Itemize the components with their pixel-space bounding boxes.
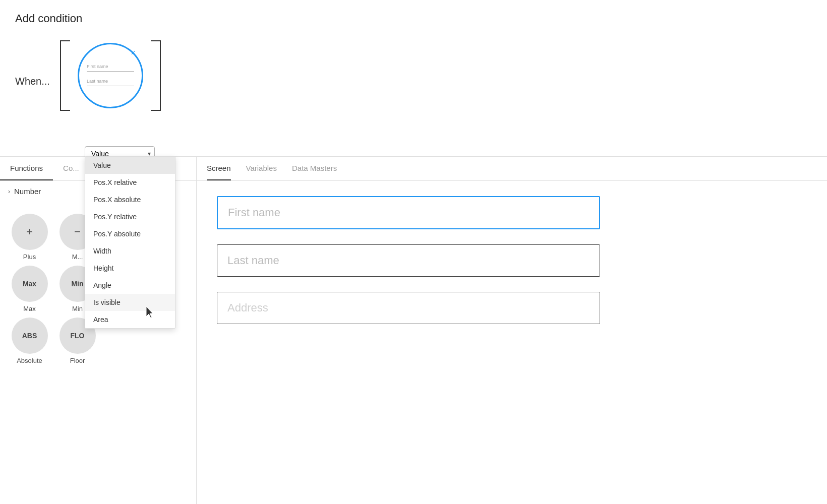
dropdown-item-value[interactable]: Value <box>85 157 175 174</box>
circle-widget: × First name Last name <box>78 43 143 108</box>
plus-icon: + <box>12 214 48 250</box>
dropdown-item-height[interactable]: Height <box>85 260 175 277</box>
form-field-last-name[interactable]: Last name <box>217 244 600 277</box>
when-section: When... × First name Last name <box>15 35 812 116</box>
dropdown-item-pos-x-absolute[interactable]: Pos.X absolute <box>85 191 175 208</box>
func-btn-absolute[interactable]: ABS Absolute <box>8 318 51 364</box>
right-panel: Screen Variables Data Masters First name… <box>197 157 827 504</box>
when-label: When... <box>15 76 50 87</box>
max-icon: Max <box>12 266 48 302</box>
address-placeholder: Address <box>227 301 268 314</box>
dropdown-item-pos-y-absolute[interactable]: Pos.Y absolute <box>85 225 175 242</box>
chevron-right-icon: › <box>8 188 10 195</box>
last-name-placeholder: Last name <box>227 254 279 267</box>
page-title: Add condition <box>15 12 812 25</box>
min-label: Min <box>72 305 83 312</box>
func-btn-max[interactable]: Max Max <box>8 266 51 312</box>
page-container: Add condition When... × First name Last … <box>0 0 827 504</box>
func-btn-plus[interactable]: + Plus <box>8 214 51 261</box>
bracket-container: × First name Last name <box>60 35 161 116</box>
dropdown-item-pos-x-relative[interactable]: Pos.X relative <box>85 174 175 191</box>
dropdown-item-pos-y-relative[interactable]: Pos.Y relative <box>85 208 175 225</box>
dropdown-item-is-visible[interactable]: Is visible <box>85 294 175 311</box>
first-name-placeholder: First name <box>228 206 280 219</box>
tab-variables[interactable]: Variables <box>246 157 277 180</box>
widget-bracket: × First name Last name <box>60 35 161 116</box>
floor-label: Floor <box>70 357 85 364</box>
absolute-icon: ABS <box>12 318 48 354</box>
dropdown-menu: Value Pos.X relative Pos.X absolute Pos.… <box>85 156 175 329</box>
absolute-label: Absolute <box>17 357 42 364</box>
max-label: Max <box>23 305 36 312</box>
dropdown-item-area[interactable]: Area <box>85 311 175 328</box>
top-area: Add condition When... × First name Last … <box>0 0 827 126</box>
dropdown-item-angle[interactable]: Angle <box>85 277 175 294</box>
right-tabs: Screen Variables Data Masters <box>197 157 827 181</box>
tab-screen[interactable]: Screen <box>207 157 231 180</box>
right-tab-content: First name Last name Address <box>197 181 827 339</box>
form-field-first-name[interactable]: First name <box>217 196 600 229</box>
tab-functions[interactable]: Functions <box>0 157 53 180</box>
close-icon[interactable]: × <box>131 48 136 57</box>
widget-field2: Last name <box>87 76 134 86</box>
widget-field1-text: First name <box>87 64 108 69</box>
widget-field1: First name <box>87 61 134 72</box>
form-field-address[interactable]: Address <box>217 292 600 324</box>
widget-field2-text: Last name <box>87 79 108 84</box>
plus-label: Plus <box>23 253 36 261</box>
minus-label: M... <box>72 253 83 261</box>
tab-conditions[interactable]: Co... <box>53 157 89 180</box>
dropdown-item-width[interactable]: Width <box>85 242 175 260</box>
bracket-left <box>60 40 70 111</box>
bracket-right <box>151 40 161 111</box>
number-label: Number <box>14 187 41 196</box>
tab-data-masters[interactable]: Data Masters <box>292 157 337 180</box>
